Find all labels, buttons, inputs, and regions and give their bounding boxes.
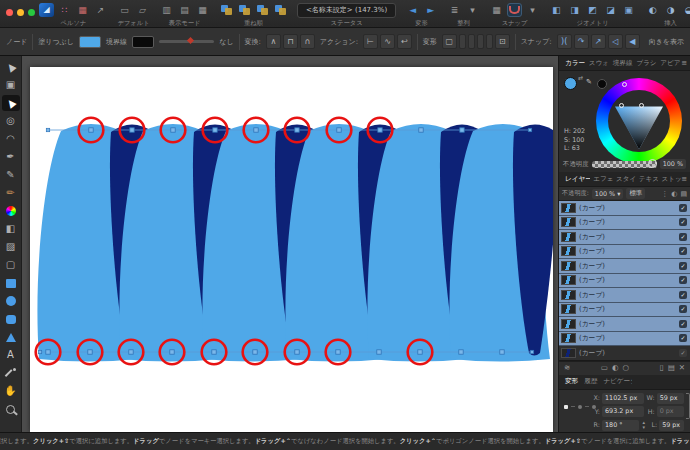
curve-node[interactable] bbox=[89, 128, 93, 132]
line-endpoint-node[interactable] bbox=[38, 350, 41, 353]
bottom-tab-ナビゲータ[interactable]: ナビゲータ bbox=[600, 377, 632, 386]
layer-row[interactable]: (カーブ)✓ bbox=[559, 245, 690, 260]
pen-tool[interactable]: ✒ bbox=[2, 149, 20, 165]
transform-mode-icon[interactable]: ▢ bbox=[442, 34, 457, 49]
layer-row[interactable]: (カーブ)✓ bbox=[559, 201, 690, 216]
bottom-tab-履歴[interactable]: 履歴 bbox=[581, 377, 600, 386]
color-tab-アピア[interactable]: アピア bbox=[657, 59, 681, 68]
transform-field-h[interactable]: 0 px bbox=[657, 406, 684, 417]
snap-off-curve-icon[interactable]: ↗ bbox=[591, 34, 606, 49]
vector-brush-tool[interactable]: ✏ bbox=[2, 185, 20, 201]
transform-field-w[interactable]: 59 px bbox=[657, 393, 684, 404]
transform-seg-1-icon[interactable] bbox=[459, 34, 466, 49]
view-pixel-icon[interactable]: ▤ bbox=[177, 3, 192, 17]
defaults-revert-icon[interactable]: ▱ bbox=[135, 3, 150, 17]
layer-row[interactable]: (カーブ)✓ bbox=[559, 317, 690, 332]
layer-row[interactable]: (カーブ)✓ bbox=[559, 346, 690, 361]
transform-seg-3-icon[interactable] bbox=[477, 34, 484, 49]
layers-tab-レイヤー[interactable]: レイヤー bbox=[562, 175, 590, 184]
layer-row[interactable]: (カーブ)✓ bbox=[559, 274, 690, 289]
transform-origin-icon[interactable]: ⊡ bbox=[495, 34, 510, 49]
pixel-persona-icon[interactable]: ▦ bbox=[75, 3, 90, 17]
geometry-divide-icon[interactable]: ◪ bbox=[603, 3, 618, 17]
curve-node[interactable] bbox=[212, 350, 216, 354]
curve-node[interactable] bbox=[377, 350, 381, 354]
fill-tool[interactable] bbox=[2, 203, 20, 219]
delete-layer-icon[interactable]: ✕ bbox=[679, 364, 685, 372]
convert-smart-icon[interactable]: ∩ bbox=[300, 34, 315, 49]
line-endpoint-node[interactable] bbox=[528, 128, 531, 131]
convert-smooth-icon[interactable]: ⊓ bbox=[283, 34, 298, 49]
live-filter-icon[interactable]: ○ bbox=[622, 364, 629, 372]
action-smooth-curve-icon[interactable]: ∿ bbox=[380, 34, 395, 49]
layer-visibility-checkbox[interactable]: ✓ bbox=[679, 291, 687, 299]
layer-row[interactable]: (カーブ)✓ bbox=[559, 303, 690, 318]
line-endpoint-node[interactable] bbox=[530, 350, 533, 353]
curve-node[interactable] bbox=[459, 350, 463, 354]
curve-node[interactable] bbox=[254, 128, 258, 132]
layer-visibility-checkbox[interactable]: ✓ bbox=[679, 349, 687, 357]
fill-color-swatch[interactable] bbox=[79, 36, 101, 48]
curve-node[interactable] bbox=[418, 350, 422, 354]
transform-field-l[interactable]: 59 px bbox=[659, 420, 684, 431]
transform-field-y[interactable]: 693.2 px bbox=[602, 406, 644, 417]
layer-visibility-checkbox[interactable]: ✓ bbox=[679, 305, 687, 313]
ribbon-artwork[interactable] bbox=[37, 124, 553, 362]
move-to-front-icon[interactable] bbox=[273, 3, 288, 17]
insert-on-top-icon[interactable]: ◒ bbox=[681, 3, 690, 17]
snap-to-curve-icon[interactable]: ↷ bbox=[574, 34, 589, 49]
snap-node-alignment-icon[interactable]: ◁ bbox=[608, 34, 623, 49]
color-tab-ブラシ[interactable]: ブラシ bbox=[633, 59, 657, 68]
snap-dropdown-icon[interactable]: ▾ bbox=[525, 3, 540, 17]
layers-tab-エフェ[interactable]: エフェ bbox=[590, 175, 613, 184]
export-persona-icon[interactable]: ↗ bbox=[93, 3, 108, 17]
curve-node[interactable] bbox=[170, 350, 174, 354]
geometry-intersect-icon[interactable]: ◩ bbox=[585, 3, 600, 17]
bottom-tab-変形[interactable]: 変形 bbox=[562, 377, 581, 386]
color-dropper-icon[interactable]: ✎ bbox=[586, 78, 592, 86]
layers-opacity-value[interactable]: 100 % ▾ bbox=[592, 189, 624, 199]
layer-visibility-checkbox[interactable]: ✓ bbox=[679, 204, 687, 212]
close-window-button[interactable] bbox=[6, 9, 13, 16]
view-split-icon[interactable]: ▦ bbox=[195, 3, 210, 17]
layers-header-icon-1[interactable]: ◐ bbox=[671, 190, 677, 198]
transparency-tool[interactable]: ▨ bbox=[2, 239, 20, 255]
opacity-value[interactable]: 100 % bbox=[660, 159, 686, 169]
rotation-stepper[interactable]: ▴▾ bbox=[641, 420, 646, 430]
blend-ranges-icon[interactable]: ≋ bbox=[564, 364, 570, 372]
color-tab-境界線[interactable]: 境界線 bbox=[610, 59, 634, 68]
text-tool[interactable]: A bbox=[2, 347, 20, 363]
triangle-marker-2-icon[interactable] bbox=[639, 103, 644, 108]
point-transform-tool[interactable]: ◎ bbox=[2, 113, 20, 129]
action-reverse-curve-icon[interactable]: ↩ bbox=[397, 34, 412, 49]
layer-visibility-checkbox[interactable]: ✓ bbox=[679, 247, 687, 255]
curve-node[interactable] bbox=[295, 128, 299, 132]
affinity-designer-logo[interactable]: ◢ bbox=[39, 3, 54, 17]
swap-colors-icon[interactable]: ⇄ bbox=[578, 74, 583, 81]
action-break-curve-icon[interactable]: ⊢ bbox=[363, 34, 378, 49]
slider-knob-icon[interactable] bbox=[187, 36, 194, 43]
group-layers-icon[interactable]: ▤ bbox=[668, 364, 675, 372]
artboard-tool[interactable]: ▣ bbox=[2, 77, 20, 93]
curve-node[interactable] bbox=[419, 128, 423, 132]
add-layer-icon[interactable]: ▯ bbox=[659, 364, 663, 372]
curve-node[interactable] bbox=[171, 128, 175, 132]
layer-visibility-checkbox[interactable]: ✓ bbox=[679, 262, 687, 270]
snap-magnet-icon[interactable] bbox=[507, 3, 522, 17]
layer-row[interactable]: (カーブ)✓ bbox=[559, 332, 690, 347]
flip-horizontal-icon[interactable]: ◄ bbox=[405, 3, 420, 17]
flip-vertical-icon[interactable]: ► bbox=[423, 3, 438, 17]
layer-visibility-checkbox[interactable]: ✓ bbox=[679, 233, 687, 241]
node-tool[interactable]: ▲ bbox=[2, 95, 20, 111]
ellipse-tool[interactable] bbox=[2, 293, 20, 309]
color-wheel[interactable] bbox=[596, 78, 682, 164]
curve-node[interactable] bbox=[129, 350, 133, 354]
curve-node[interactable] bbox=[336, 350, 340, 354]
geometry-add-icon[interactable]: ◧ bbox=[549, 3, 564, 17]
curve-node[interactable] bbox=[88, 350, 92, 354]
layer-visibility-checkbox[interactable]: ✓ bbox=[679, 334, 687, 342]
snap-construction-icon[interactable]: )( bbox=[557, 34, 572, 49]
geometry-subtract-icon[interactable]: ◨ bbox=[567, 3, 582, 17]
snap-full-alignment-icon[interactable]: ◀ bbox=[625, 34, 640, 49]
curve-node[interactable] bbox=[130, 128, 134, 132]
